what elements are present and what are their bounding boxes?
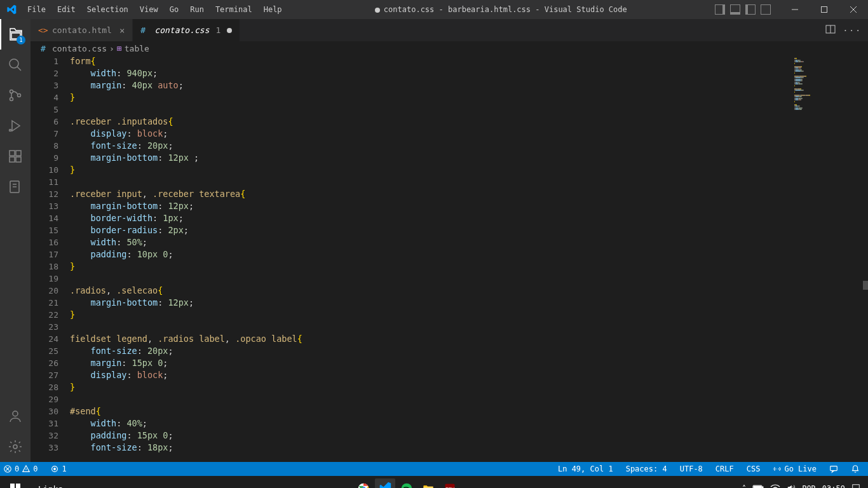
svg-point-9: [10, 130, 11, 132]
tray-language[interactable]: POR: [802, 484, 816, 488]
taskbar-chrome-icon[interactable]: [353, 478, 374, 488]
taskbar-links[interactable]: Links: [31, 484, 71, 489]
tray-battery-icon[interactable]: [752, 484, 764, 489]
extensions-icon[interactable]: [0, 141, 31, 172]
svg-point-18: [13, 445, 17, 449]
search-icon[interactable]: [0, 50, 31, 80]
editor-body[interactable]: 1234567891011121314151617181920212223242…: [31, 55, 868, 462]
minimap[interactable]: [792, 55, 868, 462]
svg-point-26: [54, 468, 56, 470]
status-language[interactable]: CSS: [743, 464, 764, 473]
css-file-icon: #: [140, 25, 151, 36]
tab-contato-html[interactable]: <>contato.html×: [31, 19, 133, 41]
maximize-button[interactable]: [810, 0, 839, 19]
svg-rect-40: [853, 484, 860, 488]
close-button[interactable]: [839, 0, 868, 19]
run-debug-icon[interactable]: [0, 111, 31, 141]
menu-selection[interactable]: Selection: [82, 3, 133, 17]
svg-rect-28: [10, 484, 15, 488]
status-cursor[interactable]: Ln 49, Col 1: [555, 464, 616, 473]
svg-rect-11: [10, 157, 15, 162]
split-editor-icon[interactable]: [825, 24, 836, 36]
windows-taskbar: Links DEV ˄ POR 03:59: [0, 476, 868, 488]
explorer-badge: 1: [17, 36, 25, 44]
status-golive[interactable]: Go Live: [770, 464, 820, 473]
svg-rect-39: [754, 486, 761, 489]
status-bar: 0 0 1 Ln 49, Col 1 Spaces: 4 UTF-8 CRLF …: [0, 462, 868, 476]
menu-view[interactable]: View: [135, 3, 163, 17]
window-title: contato.css - barbearia.html.css - Visua…: [287, 5, 715, 14]
taskbar-explorer-icon[interactable]: [418, 478, 438, 488]
status-feedback-icon[interactable]: [826, 464, 841, 473]
html-file-icon: <>: [38, 25, 48, 36]
status-ports[interactable]: 1: [47, 464, 69, 473]
status-indent[interactable]: Spaces: 4: [623, 464, 670, 473]
sidebar-extra-icon[interactable]: [0, 172, 31, 202]
editor-tabs: <>contato.html×#contato.css1 ···: [31, 19, 868, 41]
menu-help[interactable]: Help: [259, 3, 287, 17]
settings-icon[interactable]: [0, 431, 31, 462]
tab-label: contato.html: [52, 25, 112, 35]
svg-line-5: [17, 67, 21, 71]
tray-chevron-up-icon[interactable]: ˄: [742, 484, 746, 488]
layout-icon[interactable]: [745, 4, 756, 15]
vscode-logo: [0, 4, 22, 15]
svg-point-7: [10, 98, 13, 101]
tray-wifi-icon[interactable]: [770, 484, 780, 489]
svg-rect-13: [16, 151, 21, 156]
menu-edit[interactable]: Edit: [52, 3, 81, 17]
tray-clock[interactable]: 03:59: [822, 484, 845, 488]
account-icon[interactable]: [0, 401, 31, 431]
css-file-icon: #: [41, 44, 50, 53]
layout-controls[interactable]: [715, 4, 780, 15]
svg-rect-10: [10, 151, 15, 156]
svg-rect-27: [831, 466, 837, 471]
svg-rect-12: [16, 157, 21, 162]
chevron-right-icon: ›: [109, 44, 114, 53]
layout-icon[interactable]: [730, 4, 740, 15]
start-button[interactable]: [0, 476, 31, 488]
status-eol[interactable]: CRLF: [712, 464, 737, 473]
taskbar-vscode-icon[interactable]: [375, 478, 395, 488]
menu-run[interactable]: Run: [185, 3, 209, 17]
breadcrumb-symbol[interactable]: table: [125, 44, 149, 53]
taskbar-devcpp-icon[interactable]: DEV: [440, 478, 460, 488]
tab-label: contato.css: [154, 25, 209, 35]
svg-rect-29: [16, 484, 20, 488]
breadcrumb[interactable]: # contato.css › ⊞ table: [31, 41, 868, 55]
dirty-indicator-icon: [227, 28, 232, 33]
source-control-icon[interactable]: [0, 80, 31, 111]
scrollbar-handle[interactable]: [863, 281, 868, 290]
tab-contato-css[interactable]: #contato.css1: [133, 19, 240, 41]
svg-point-8: [18, 94, 21, 97]
svg-point-6: [10, 90, 13, 93]
code-content[interactable]: form{ width: 940px; margin: 40px auto;}.…: [70, 55, 868, 462]
breadcrumb-file[interactable]: contato.css: [52, 44, 107, 53]
menu-file[interactable]: File: [22, 3, 51, 17]
minimize-button[interactable]: [780, 0, 810, 19]
status-encoding[interactable]: UTF-8: [677, 464, 706, 473]
tray-volume-icon[interactable]: [787, 484, 796, 489]
symbol-struct-icon: ⊞: [117, 44, 122, 53]
menu-go[interactable]: Go: [165, 3, 184, 17]
line-gutter: 1234567891011121314151617181920212223242…: [31, 55, 70, 462]
close-tab-icon[interactable]: ×: [119, 25, 125, 36]
svg-point-4: [10, 59, 18, 68]
layout-icon[interactable]: [761, 4, 771, 15]
menu-bar: FileEditSelectionViewGoRunTerminalHelp: [22, 3, 287, 17]
titlebar: FileEditSelectionViewGoRunTerminalHelp c…: [0, 0, 868, 19]
more-actions-icon[interactable]: ···: [843, 25, 862, 35]
status-bell-icon[interactable]: [848, 464, 863, 473]
svg-point-17: [13, 411, 18, 416]
layout-icon[interactable]: [715, 4, 725, 15]
taskbar-spotify-icon[interactable]: [397, 478, 417, 488]
status-problems[interactable]: 0 0: [0, 464, 41, 473]
explorer-icon[interactable]: 1: [0, 19, 31, 50]
tray-notifications-icon[interactable]: [851, 484, 860, 489]
activity-bar: 1: [0, 19, 31, 462]
svg-rect-1: [822, 7, 827, 13]
menu-terminal[interactable]: Terminal: [210, 3, 257, 17]
